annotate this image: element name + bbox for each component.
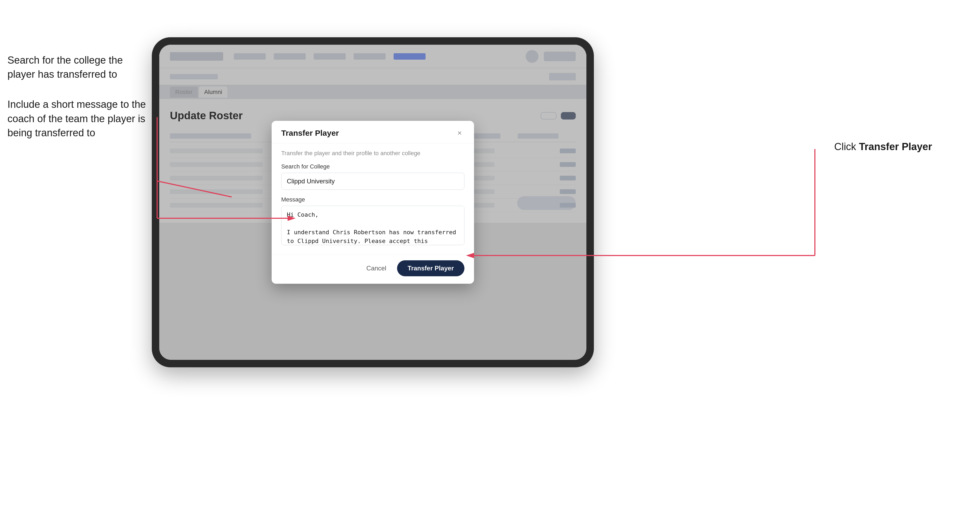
modal-body: Transfer the player and their profile to… — [272, 143, 474, 255]
right-annotation: Click Transfer Player — [834, 141, 932, 152]
annotation-search: Search for the college the player has tr… — [8, 53, 146, 81]
left-annotations: Search for the college the player has tr… — [8, 53, 146, 156]
modal-footer: Cancel Transfer Player — [272, 255, 474, 284]
message-textarea[interactable]: Hi Coach, I understand Chris Robertson h… — [281, 206, 465, 245]
tablet-screen: Roster Alumni Update Roster — [159, 45, 586, 360]
transfer-player-button[interactable]: Transfer Player — [397, 260, 465, 276]
modal-title: Transfer Player — [281, 129, 339, 138]
modal-close-button[interactable]: × — [455, 128, 465, 138]
transfer-player-modal: Transfer Player × Transfer the player an… — [272, 121, 474, 284]
tablet-device: Roster Alumni Update Roster — [152, 37, 594, 367]
message-label: Message — [281, 196, 465, 203]
modal-overlay: Transfer Player × Transfer the player an… — [159, 45, 586, 360]
annotation-transfer-label: Transfer Player — [859, 141, 932, 152]
cancel-button[interactable]: Cancel — [361, 261, 392, 275]
college-label: Search for College — [281, 163, 465, 170]
annotation-click-label: Click — [834, 141, 856, 152]
modal-header: Transfer Player × — [272, 121, 474, 143]
modal-subtitle: Transfer the player and their profile to… — [281, 150, 465, 157]
annotation-message: Include a short message to the coach of … — [8, 97, 146, 140]
college-search-input[interactable] — [281, 173, 465, 190]
